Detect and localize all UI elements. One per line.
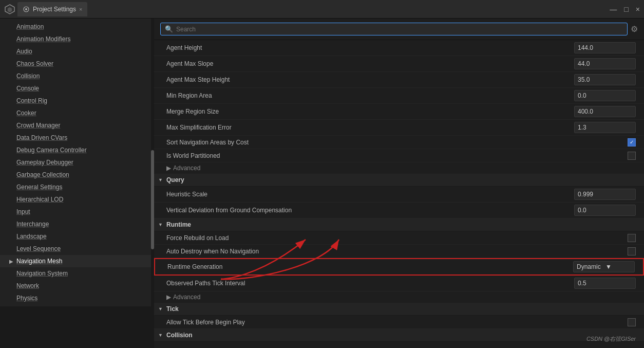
sidebar-item-control-rig[interactable]: Control Rig xyxy=(0,95,154,107)
search-bar: 🔍 ⚙ xyxy=(154,19,644,40)
settings-gear-icon[interactable]: ⚙ xyxy=(631,24,638,34)
sidebar-item-interchange[interactable]: Interchange xyxy=(0,218,154,230)
sidebar-item-debug-camera-controller[interactable]: Debug Camera Controller xyxy=(0,144,154,156)
sidebar-item-navigation-system[interactable]: Navigation System xyxy=(0,267,154,280)
setting-value xyxy=(628,152,636,160)
setting-checkbox[interactable] xyxy=(628,318,636,326)
sidebar-item-level-sequence[interactable]: Level Sequence xyxy=(0,243,154,255)
sidebar-item-label: General Settings xyxy=(16,184,62,191)
setting-value xyxy=(628,247,636,255)
setting-row: Runtime GenerationDynamic▼ xyxy=(154,258,644,276)
setting-value xyxy=(628,138,636,146)
sidebar-item-garbage-collection[interactable]: Garbage Collection xyxy=(0,169,154,181)
setting-value xyxy=(574,74,636,85)
sidebar-item-label: Landscape xyxy=(16,233,47,240)
sidebar-item-gameplay-debugger[interactable]: Gameplay Debugger xyxy=(0,156,154,169)
setting-label: Observed Paths Tick Interval xyxy=(162,280,574,287)
sidebar-item-label: Chaos Solver xyxy=(16,60,53,67)
sidebar-item-physics[interactable]: Physics xyxy=(0,292,154,304)
minimize-button[interactable]: — xyxy=(610,5,617,13)
setting-value xyxy=(574,278,636,289)
sidebar-outer: AnimationAnimation ModifiersAudioChaos S… xyxy=(0,19,154,348)
sidebar-item-network[interactable]: Network xyxy=(0,280,154,292)
maximize-button[interactable]: □ xyxy=(624,5,628,13)
advanced-row[interactable]: ▶ Advanced xyxy=(154,291,644,303)
sidebar-item-crowd-manager[interactable]: Crowd Manager xyxy=(0,119,154,132)
setting-value xyxy=(628,234,636,242)
setting-input[interactable] xyxy=(574,106,636,117)
sidebar-item-label: Console xyxy=(16,85,39,92)
close-button[interactable]: × xyxy=(636,5,640,13)
setting-input[interactable] xyxy=(574,205,636,216)
sidebar-item-label: Debug Camera Controller xyxy=(16,146,87,154)
sidebar-item-chaos-solver[interactable]: Chaos Solver xyxy=(0,58,154,70)
setting-checkbox[interactable] xyxy=(628,247,636,255)
sidebar-item-label: Collision xyxy=(16,72,40,80)
sidebar-item-label: Cooker xyxy=(16,109,36,117)
setting-checkbox[interactable] xyxy=(628,138,636,146)
setting-label: Allow Tick Before Begin Play xyxy=(162,319,628,326)
tab-close-button[interactable]: × xyxy=(79,6,82,12)
setting-row: Observed Paths Tick Interval xyxy=(154,276,644,291)
sidebar-item-collision[interactable]: Collision xyxy=(0,70,154,82)
section-collapse-icon: ▼ xyxy=(158,306,164,312)
setting-row: Heuristic Scale xyxy=(154,187,644,203)
sidebar-item-animation[interactable]: Animation xyxy=(0,21,154,33)
section-header[interactable]: ▼Tick xyxy=(154,303,644,316)
sidebar-item-animation-modifiers[interactable]: Animation Modifiers xyxy=(0,33,154,45)
dropdown-arrow-icon: ▼ xyxy=(605,263,632,270)
settings-content: Agent HeightAgent Max SlopeAgent Max Ste… xyxy=(154,40,644,348)
setting-input[interactable] xyxy=(574,90,636,101)
setting-checkbox[interactable] xyxy=(628,234,636,242)
setting-checkbox[interactable] xyxy=(628,152,636,160)
sidebar-item-data-driven-cvars[interactable]: Data Driven CVars xyxy=(0,132,154,144)
setting-value xyxy=(574,122,636,133)
section-collapse-icon: ▼ xyxy=(158,222,164,227)
setting-input[interactable] xyxy=(574,278,636,289)
advanced-row[interactable]: ▶ Advanced xyxy=(154,162,644,174)
setting-label: Max Simplification Error xyxy=(162,124,574,131)
setting-dropdown[interactable]: Dynamic▼ xyxy=(573,261,635,272)
sidebar-item-label: Navigation System xyxy=(16,270,68,277)
sidebar-item-label: Physics xyxy=(16,295,37,302)
section-header[interactable]: ▼Runtime xyxy=(154,218,644,231)
sidebar-item-label: Hierarchical LOD xyxy=(16,196,63,203)
setting-value xyxy=(574,58,636,69)
app-logo xyxy=(4,4,15,15)
setting-input[interactable] xyxy=(574,189,636,200)
search-input[interactable] xyxy=(176,26,623,33)
advanced-arrow-icon: ▶ xyxy=(166,294,171,301)
sidebar-item-cooker[interactable]: Cooker xyxy=(0,107,154,119)
expand-arrow-icon: ▶ xyxy=(8,258,14,264)
setting-row: Vertical Deviation from Ground Compensat… xyxy=(154,203,644,218)
section-header[interactable]: ▼Query xyxy=(154,174,644,187)
section-collapse-icon: ▼ xyxy=(158,333,164,338)
sidebar-item-general-settings[interactable]: General Settings xyxy=(0,181,154,193)
setting-label: Vertical Deviation from Ground Compensat… xyxy=(162,207,574,214)
sidebar-item-navigation-mesh[interactable]: ▶Navigation Mesh xyxy=(0,255,154,267)
setting-input[interactable] xyxy=(574,74,636,85)
setting-label: Heuristic Scale xyxy=(162,191,574,198)
sidebar-item-label: Level Sequence xyxy=(16,245,61,252)
tab-label: Project Settings xyxy=(33,6,76,13)
dropdown-value: Dynamic xyxy=(577,263,603,270)
content-area: 🔍 ⚙ Agent HeightAgent Max SlopeAgent Max… xyxy=(154,19,644,348)
sidebar-item-hierarchical-lod[interactable]: Hierarchical LOD xyxy=(0,193,154,206)
setting-input[interactable] xyxy=(574,42,636,53)
sidebar-item-audio[interactable]: Audio xyxy=(0,45,154,58)
sidebar-item-input[interactable]: Input xyxy=(0,206,154,218)
main-layout: AnimationAnimation ModifiersAudioChaos S… xyxy=(0,19,644,348)
sidebar-item-console[interactable]: Console xyxy=(0,82,154,95)
project-settings-tab[interactable]: Project Settings × xyxy=(17,2,87,16)
sidebar-item-label: Navigation Mesh xyxy=(16,258,62,265)
setting-label: Runtime Generation xyxy=(163,263,573,270)
section-header[interactable]: ▼Collision xyxy=(154,329,644,342)
svg-point-4 xyxy=(25,8,27,10)
setting-input[interactable] xyxy=(574,58,636,69)
search-input-wrap[interactable]: 🔍 xyxy=(160,23,628,35)
sidebar-item-landscape[interactable]: Landscape xyxy=(0,230,154,243)
sidebar-item-label: Input xyxy=(16,208,30,215)
setting-input[interactable] xyxy=(574,122,636,133)
setting-label: Merge Region Size xyxy=(162,108,574,115)
sidebar-item-label: Animation xyxy=(16,23,44,30)
